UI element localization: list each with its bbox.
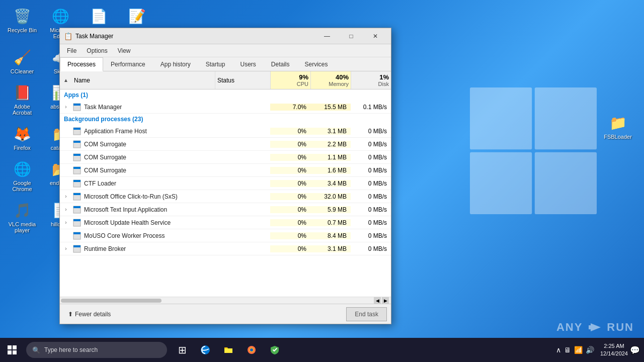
recycle-bin-label: Recycle Bin: [8, 27, 37, 33]
table-row[interactable]: Application Frame Host0%3.1 MB0 MB/s: [60, 125, 391, 138]
process-cpu: 0%: [270, 167, 310, 174]
process-icon: [72, 165, 82, 175]
expand-icon[interactable]: ›: [60, 104, 72, 110]
anyrun-watermark: ANY RUN: [556, 321, 634, 334]
anyrun-logo: [587, 321, 603, 333]
horizontal-scrollbar[interactable]: ◀ ▶: [60, 297, 391, 304]
sort-arrow[interactable]: ▲: [60, 71, 72, 89]
desktop-icon-vlc[interactable]: 🎵 VLC media player: [4, 198, 40, 235]
taskbar-shield[interactable]: [264, 339, 286, 361]
desktop-icon-ccleaner[interactable]: 🧹 CCleaner: [4, 45, 40, 76]
windows-logo-background: [463, 80, 604, 221]
edge-icon: 🌐: [50, 6, 70, 26]
desktop: 🗑️ Recycle Bin 🌐 Micros... Edg... 📄 📝 🧹 …: [0, 0, 644, 362]
search-placeholder: Type here to search: [44, 346, 98, 353]
process-memory: 3.1 MB: [310, 245, 351, 252]
minimize-button[interactable]: —: [315, 28, 339, 44]
chevron-up-icon[interactable]: ∧: [556, 346, 561, 354]
col-status-header[interactable]: Status: [215, 71, 270, 89]
desktop-icon-firefox[interactable]: 🦊 Firefox: [4, 122, 40, 153]
desktop-icon-fsbloader[interactable]: 📁 FSBLoader: [600, 111, 636, 142]
col-disk-header[interactable]: 1% Disk: [351, 71, 391, 89]
table-row[interactable]: ›Task Manager7.0%15.5 MB0.1 MB/s: [60, 101, 391, 114]
process-disk: 0 MB/s: [351, 206, 391, 213]
menu-options[interactable]: Options: [82, 46, 112, 55]
svg-rect-9: [73, 141, 80, 143]
process-icon: [72, 218, 82, 228]
process-icon: [72, 152, 82, 162]
close-button[interactable]: ✕: [364, 28, 387, 44]
tab-services[interactable]: Services: [297, 57, 336, 71]
svg-rect-13: [73, 167, 80, 169]
titlebar: 📋 Task Manager — □ ✕: [60, 28, 391, 44]
table-row[interactable]: MoUSO Core Worker Process0%8.4 MB0 MB/s: [60, 229, 391, 242]
taskbar-apps: ⊞: [171, 339, 286, 361]
taskbar-file-explorer[interactable]: [217, 339, 239, 361]
tab-app-history[interactable]: App history: [153, 57, 198, 71]
menu-view[interactable]: View: [113, 46, 136, 55]
col-cpu-header[interactable]: 9% CPU: [270, 71, 310, 89]
process-disk: 0 MB/s: [351, 128, 391, 135]
expand-icon[interactable]: ›: [60, 246, 72, 251]
section-background: Background processes (23)Application Fra…: [60, 114, 391, 255]
process-name: Microsoft Office Click-to-Run (SxS): [84, 193, 215, 200]
table-row[interactable]: COM Surrogate0%1.1 MB0 MB/s: [60, 151, 391, 164]
vlc-icon: 🎵: [12, 200, 32, 220]
tab-details[interactable]: Details: [264, 57, 297, 71]
table-row[interactable]: ›Microsoft Text Input Application0%5.9 M…: [60, 203, 391, 216]
acrobat-label: Adobe Acrobat: [6, 104, 38, 116]
tab-users[interactable]: Users: [232, 57, 263, 71]
process-memory: 3.1 MB: [310, 128, 351, 135]
end-task-button[interactable]: End task: [346, 307, 387, 321]
chrome-label: Google Chrome: [6, 180, 38, 192]
process-cpu: 7.0%: [270, 104, 310, 111]
start-button[interactable]: [0, 338, 24, 362]
display-icon[interactable]: 🖥: [564, 346, 571, 354]
table-row[interactable]: COM Surrogate0%1.6 MB0 MB/s: [60, 164, 391, 177]
task-view-button[interactable]: ⊞: [171, 339, 193, 361]
tab-processes[interactable]: Processes: [60, 57, 103, 71]
process-disk: 0 MB/s: [351, 232, 391, 239]
tab-startup[interactable]: Startup: [198, 57, 233, 71]
expand-icon[interactable]: ›: [60, 194, 72, 199]
window-controls: — □ ✕: [315, 28, 387, 44]
col-name-header[interactable]: Name: [72, 71, 215, 89]
maximize-button[interactable]: □: [340, 28, 363, 44]
table-row[interactable]: ›Runtime Broker0%3.1 MB0 MB/s: [60, 242, 391, 255]
table-row[interactable]: COM Surrogate0%2.2 MB0 MB/s: [60, 138, 391, 151]
notification-icon[interactable]: 💬: [630, 345, 640, 355]
vlc-label: VLC media player: [6, 221, 38, 233]
taskbar-firefox[interactable]: [240, 339, 263, 361]
svg-rect-17: [73, 193, 80, 195]
scroll-right[interactable]: ▶: [382, 297, 389, 304]
process-cpu: 0%: [270, 245, 310, 252]
table-row[interactable]: CTF Loader0%3.4 MB0 MB/s: [60, 177, 391, 190]
process-name: Application Frame Host: [84, 128, 215, 135]
disk-label: Disk: [378, 81, 389, 87]
section-header-background: Background processes (23): [60, 114, 391, 125]
expand-icon[interactable]: ›: [60, 220, 72, 225]
desktop-icon-acrobat[interactable]: 📕 Adobe Acrobat: [4, 80, 40, 118]
scroll-left[interactable]: ◀: [374, 297, 381, 304]
speaker-icon[interactable]: 🔊: [586, 346, 594, 354]
expand-icon[interactable]: ›: [60, 207, 72, 212]
taskbar: 🔍 Type here to search ⊞: [0, 338, 644, 362]
taskbar-clock[interactable]: 2:25 AM 12/14/2024: [600, 342, 628, 358]
taskbar-edge[interactable]: [194, 339, 216, 361]
menu-file[interactable]: File: [62, 46, 82, 55]
table-row[interactable]: ›Microsoft Update Health Service0%0.7 MB…: [60, 216, 391, 229]
process-cpu: 0%: [270, 193, 310, 200]
file-icon: 📄: [89, 6, 109, 26]
process-cpu: 0%: [270, 180, 310, 187]
desktop-icon-recycle-bin[interactable]: 🗑️ Recycle Bin: [4, 4, 40, 41]
fewer-details-button[interactable]: ⬆ Fewer details: [64, 309, 115, 320]
process-name: CTF Loader: [84, 180, 215, 187]
desktop-icon-chrome[interactable]: 🌐 Google Chrome: [4, 157, 40, 194]
network-icon[interactable]: 📶: [574, 346, 583, 354]
table-row[interactable]: ›Microsoft Office Click-to-Run (SxS)0%32…: [60, 190, 391, 203]
process-icon: [72, 192, 82, 202]
taskbar-search[interactable]: 🔍 Type here to search: [26, 342, 167, 358]
fsbloader-label: FSBLoader: [604, 134, 632, 140]
tab-performance[interactable]: Performance: [103, 57, 153, 71]
col-memory-header[interactable]: 40% Memory: [310, 71, 351, 89]
